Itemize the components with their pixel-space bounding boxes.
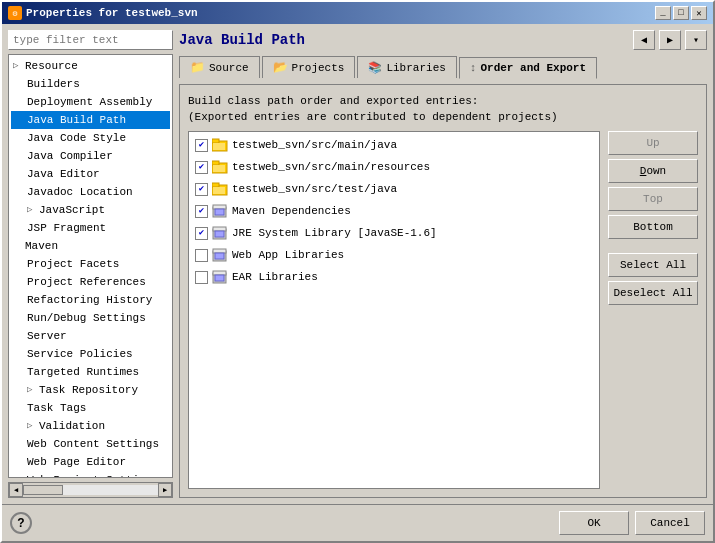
list-item[interactable]: ✔ Maven Dependencies — [191, 200, 597, 222]
sidebar-item-web-content[interactable]: Web Content Settings — [11, 435, 170, 453]
sidebar-item-targeted-runtimes[interactable]: Targeted Runtimes — [11, 363, 170, 381]
sidebar-item-label: Server — [27, 328, 67, 344]
tab-order-export-label: Order and Export — [480, 62, 586, 74]
scroll-right-button[interactable]: ▶ — [158, 483, 172, 497]
sidebar-item-label: Task Repository — [39, 382, 138, 398]
top-label: Top — [643, 193, 663, 205]
maximize-button[interactable]: □ — [673, 6, 689, 20]
sidebar-item-web-project[interactable]: Web Project Settings — [11, 471, 170, 478]
sidebar-item-java-code-style[interactable]: Java Code Style — [11, 129, 170, 147]
entry-label: testweb_svn/src/main/java — [232, 136, 397, 154]
sidebar-item-project-facets[interactable]: Project Facets — [11, 255, 170, 273]
sidebar-item-deployment[interactable]: Deployment Assembly — [11, 93, 170, 111]
description-line2: (Exported entries are contributed to dep… — [188, 109, 698, 125]
description-line1: Build class path order and exported entr… — [188, 93, 698, 109]
svg-rect-7 — [212, 183, 219, 187]
list-item[interactable]: ✔ testweb_svn/src/test/java — [191, 178, 597, 200]
list-item[interactable]: Web App Libraries — [191, 244, 597, 266]
tab-projects-label: Projects — [292, 62, 345, 74]
entry-checkbox[interactable]: ✔ — [195, 161, 208, 174]
tab-source[interactable]: 📁 Source — [179, 56, 260, 78]
entry-checkbox[interactable]: ✔ — [195, 205, 208, 218]
sidebar-item-label: Task Tags — [27, 400, 86, 416]
minimize-button[interactable]: _ — [655, 6, 671, 20]
content-description: Build class path order and exported entr… — [188, 93, 698, 125]
folder-svg — [212, 137, 228, 153]
close-button[interactable]: ✕ — [691, 6, 707, 20]
sidebar-item-label: Project Facets — [27, 256, 119, 272]
scroll-thumb[interactable] — [23, 485, 63, 495]
entry-checkbox[interactable]: ✔ — [195, 183, 208, 196]
up-label: Up — [646, 137, 659, 149]
sidebar-item-service-policies[interactable]: Service Policies — [11, 345, 170, 363]
svg-rect-2 — [213, 143, 225, 150]
tab-libraries[interactable]: 📚 Libraries — [357, 56, 456, 78]
list-item[interactable]: EAR Libraries — [191, 266, 597, 288]
tab-order-export[interactable]: ↕ Order and Export — [459, 57, 597, 79]
svg-rect-14 — [215, 231, 224, 237]
filter-input[interactable] — [8, 30, 173, 50]
sidebar-item-java-build-path[interactable]: Java Build Path — [11, 111, 170, 129]
entry-folder-icon — [212, 137, 228, 153]
top-button[interactable]: Top — [608, 187, 698, 211]
list-item[interactable]: ✔ testweb_svn/src/main/java — [191, 134, 597, 156]
scroll-left-button[interactable]: ◀ — [9, 483, 23, 497]
sidebar-item-server[interactable]: Server — [11, 327, 170, 345]
entry-checkbox[interactable] — [195, 271, 208, 284]
cancel-button[interactable]: Cancel — [635, 511, 705, 535]
entry-checkbox[interactable]: ✔ — [195, 227, 208, 240]
bottom-button[interactable]: Bottom — [608, 215, 698, 239]
svg-rect-10 — [213, 205, 226, 209]
sidebar-item-validation[interactable]: ▷ Validation — [11, 417, 170, 435]
back-button[interactable]: ◀ — [633, 30, 655, 50]
down-button[interactable]: Down — [608, 159, 698, 183]
menu-button[interactable]: ▾ — [685, 30, 707, 50]
list-item[interactable]: ✔ testweb_svn/src/main/resources — [191, 156, 597, 178]
horizontal-scrollbar[interactable]: ◀ ▶ — [8, 482, 173, 498]
sidebar-item-refactoring[interactable]: Refactoring History — [11, 291, 170, 309]
svg-rect-1 — [212, 139, 219, 143]
sidebar-item-label: Java Compiler — [27, 148, 113, 164]
sidebar-item-web-page[interactable]: Web Page Editor — [11, 453, 170, 471]
jar-svg — [212, 269, 228, 285]
sidebar-item-run-debug[interactable]: Run/Debug Settings — [11, 309, 170, 327]
folder-svg — [212, 159, 228, 175]
sidebar-item-builders[interactable]: Builders — [11, 75, 170, 93]
up-button[interactable]: Up — [608, 131, 698, 155]
expand-icon: ▷ — [27, 418, 37, 434]
main-content-area: Build class path order and exported entr… — [179, 84, 707, 498]
list-item[interactable]: ✔ JRE System Library [JavaSE-1.6] — [191, 222, 597, 244]
entry-jar-icon — [212, 269, 228, 285]
sidebar-item-label: Java Editor — [27, 166, 100, 182]
entry-checkbox[interactable] — [195, 249, 208, 262]
entry-checkbox[interactable]: ✔ — [195, 139, 208, 152]
sidebar-item-javascript[interactable]: ▷ JavaScript — [11, 201, 170, 219]
entry-folder-icon — [212, 181, 228, 197]
select-all-button[interactable]: Select All — [608, 253, 698, 277]
sidebar-item-task-repo[interactable]: ▷ Task Repository — [11, 381, 170, 399]
sidebar-item-java-compiler[interactable]: Java Compiler — [11, 147, 170, 165]
sidebar-item-task-tags[interactable]: Task Tags — [11, 399, 170, 417]
help-button[interactable]: ? — [10, 512, 32, 534]
bottom-bar: ? OK Cancel — [2, 504, 713, 541]
window-title: Properties for testweb_svn — [26, 7, 198, 19]
sidebar-item-resource[interactable]: ▷ Resource — [11, 57, 170, 75]
tab-source-label: Source — [209, 62, 249, 74]
ok-button[interactable]: OK — [559, 511, 629, 535]
forward-button[interactable]: ▶ — [659, 30, 681, 50]
sidebar-item-project-refs[interactable]: Project References — [11, 273, 170, 291]
projects-tab-icon: 📂 — [273, 60, 288, 75]
panel-header: Java Build Path ◀ ▶ ▾ — [179, 30, 707, 50]
tab-projects[interactable]: 📂 Projects — [262, 56, 356, 78]
tree-panel: ▷ Resource Builders Deployment Assembly … — [8, 54, 173, 478]
sidebar-item-jsp-fragment[interactable]: JSP Fragment — [11, 219, 170, 237]
sidebar-item-javadoc[interactable]: Javadoc Location — [11, 183, 170, 201]
sidebar-item-label: Validation — [39, 418, 105, 434]
sidebar-item-label: Java Build Path — [27, 112, 126, 128]
deselect-all-button[interactable]: Deselect All — [608, 281, 698, 305]
sidebar-item-java-editor[interactable]: Java Editor — [11, 165, 170, 183]
sidebar-item-maven[interactable]: Maven — [11, 237, 170, 255]
sidebar-item-label: Service Policies — [27, 346, 133, 362]
svg-rect-13 — [213, 227, 226, 231]
entry-label: Web App Libraries — [232, 246, 344, 264]
